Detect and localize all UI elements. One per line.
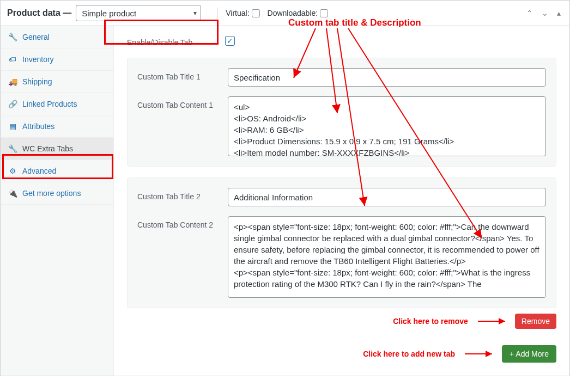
- move-up-icon[interactable]: ⌃: [524, 7, 535, 20]
- toggle-panel-icon[interactable]: ▴: [555, 7, 563, 20]
- tab1-title-label: Custom Tab Title 1: [137, 68, 228, 87]
- move-down-icon[interactable]: ⌄: [539, 7, 550, 20]
- list-icon: ▤: [8, 122, 17, 131]
- sidebar-item-general[interactable]: 🔧General: [1, 26, 113, 48]
- virtual-label: Virtual:: [226, 9, 249, 17]
- downloadable-label: Downloadable:: [268, 9, 318, 17]
- tab2-title-label: Custom Tab Title 2: [137, 188, 228, 206]
- tab2-content-label: Custom Tab Content 2: [137, 216, 228, 298]
- product-type-select[interactable]: Simple product: [76, 5, 201, 21]
- tag-icon: 🏷: [8, 55, 17, 64]
- tab2-content-textarea[interactable]: <p><span style="font-size: 18px; font-we…: [228, 216, 546, 298]
- sidebar: 🔧General 🏷Inventory 🚚Shipping 🔗Linked Pr…: [1, 26, 114, 376]
- sidebar-item-get-more-options[interactable]: 🔌Get more options: [1, 182, 113, 205]
- sidebar-item-wc-extra-tabs[interactable]: 🔧WC Extra Tabs: [1, 138, 113, 160]
- sidebar-item-label: Get more options: [22, 189, 81, 198]
- wrench-icon: 🔧: [8, 33, 17, 41]
- truck-icon: 🚚: [8, 77, 17, 86]
- sidebar-item-attributes[interactable]: ▤Attributes: [1, 115, 113, 138]
- sidebar-item-label: Inventory: [22, 55, 54, 64]
- panel-header: Product data — Simple product ▾ Virtual:…: [1, 1, 569, 26]
- annotation-remove-hint: Click here to remove: [393, 317, 468, 326]
- panel-title: Product data —: [7, 8, 71, 18]
- tab1-content-label: Custom Tab Content 1: [137, 96, 228, 156]
- wrench-icon: 🔧: [8, 144, 17, 153]
- sidebar-item-label: WC Extra Tabs: [22, 144, 73, 153]
- plugin-icon: 🔌: [8, 189, 17, 198]
- tab2-title-input[interactable]: [228, 188, 546, 206]
- link-icon: 🔗: [8, 100, 17, 108]
- panel-body: 🔧General 🏷Inventory 🚚Shipping 🔗Linked Pr…: [1, 26, 569, 376]
- sidebar-item-linked-products[interactable]: 🔗Linked Products: [1, 93, 113, 115]
- downloadable-checkbox[interactable]: [320, 9, 328, 17]
- arrow-icon: [478, 316, 511, 327]
- content-area: Enable/Disable Tab ✓ Custom Tab Title 1 …: [114, 26, 569, 376]
- sidebar-item-label: Shipping: [22, 77, 52, 86]
- sidebar-item-label: Attributes: [22, 122, 54, 131]
- sidebar-item-inventory[interactable]: 🏷Inventory: [1, 48, 113, 71]
- divider: [217, 8, 218, 19]
- enable-disable-label: Enable/Disable Tab: [127, 35, 225, 47]
- sidebar-item-shipping[interactable]: 🚚Shipping: [1, 71, 113, 93]
- enable-disable-checkbox[interactable]: ✓: [225, 36, 235, 46]
- annotation-add-hint: Click here to add new tab: [363, 350, 455, 358]
- remove-button[interactable]: Remove: [515, 314, 556, 329]
- gear-icon: ⚙: [8, 167, 17, 175]
- custom-tab-block-2: Custom Tab Title 2 Custom Tab Content 2 …: [127, 177, 556, 308]
- sidebar-item-label: General: [22, 33, 50, 41]
- product-data-panel: Product data — Simple product ▾ Virtual:…: [0, 0, 570, 376]
- add-more-button[interactable]: + Add More: [502, 345, 556, 363]
- sidebar-item-label: Linked Products: [22, 100, 77, 108]
- tab1-content-textarea[interactable]: <ul> <li>OS: Android</li> <li>RAM: 6 GB<…: [228, 96, 546, 156]
- sidebar-item-advanced[interactable]: ⚙Advanced: [1, 160, 113, 182]
- sidebar-item-label: Advanced: [22, 167, 56, 175]
- tab1-title-input[interactable]: [228, 68, 546, 87]
- arrow-icon: [465, 348, 498, 359]
- annotation-title-desc: Custom tab title & Description: [288, 17, 421, 28]
- custom-tab-block-1: Custom Tab Title 1 Custom Tab Content 1 …: [127, 58, 556, 167]
- virtual-checkbox[interactable]: [252, 9, 260, 17]
